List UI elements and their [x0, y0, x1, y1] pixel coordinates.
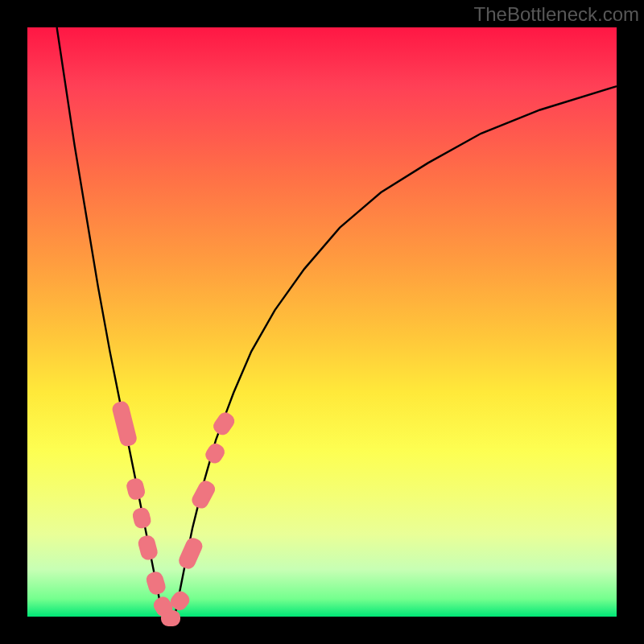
data-marker: [189, 478, 217, 511]
marker-layer: [27, 27, 617, 617]
data-marker: [132, 506, 153, 530]
data-marker: [161, 610, 180, 627]
data-marker: [167, 588, 192, 613]
data-marker: [137, 534, 159, 561]
chart-stage: TheBottleneck.com: [0, 0, 644, 644]
data-marker: [111, 400, 138, 448]
bottleneck-curve-right: [175, 86, 617, 617]
bottleneck-curve-left: [57, 27, 163, 617]
data-marker: [145, 570, 167, 597]
data-marker: [151, 594, 175, 619]
data-marker: [176, 535, 204, 571]
data-marker: [126, 477, 147, 501]
data-marker: [210, 410, 237, 438]
plot-area: [27, 27, 617, 617]
watermark-text: TheBottleneck.com: [474, 3, 639, 26]
data-marker: [203, 441, 227, 466]
curve-layer: [27, 27, 617, 617]
